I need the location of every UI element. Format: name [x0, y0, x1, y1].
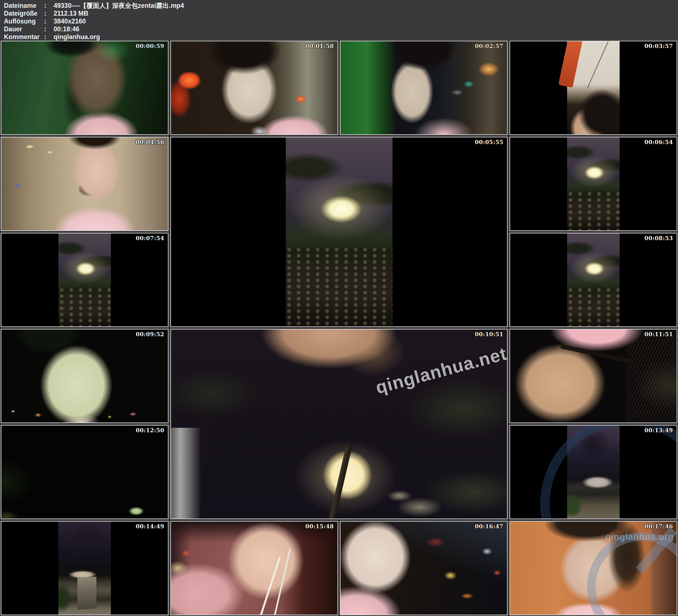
thumbnail-image: [171, 522, 337, 615]
timestamp-overlay: 00:15:48: [305, 523, 334, 530]
portrait-frame: [567, 138, 619, 230]
thumbnail-cell: 00:00:59: [1, 41, 168, 135]
thumbnail-image: [1, 330, 168, 422]
thumbnail-image: [1, 233, 168, 326]
timestamp-overlay: 00:04:56: [136, 139, 164, 146]
watermark-qinglanhua-org: qinglanhua.org: [605, 532, 674, 542]
watermark-q-logo: [587, 532, 677, 615]
thumbnail-image: [510, 41, 677, 134]
portrait-frame: [59, 233, 111, 326]
field-label: Dauer: [4, 25, 42, 33]
contact-sheet: Dateiname : 49330----【覆面人】深夜全包zentai露出.m…: [0, 0, 678, 616]
thumbnail-cell: 00:03:57: [510, 41, 677, 135]
field-separator: :: [42, 25, 53, 33]
timestamp-overlay: 00:10:51: [475, 331, 503, 338]
thumbnail-grid: 00:00:59 00:01:58 00:02:57 00:03:57 00:0…: [0, 41, 678, 616]
thumbnail-image: [510, 138, 677, 230]
file-info-header: Dateiname : 49330----【覆面人】深夜全包zentai露出.m…: [0, 0, 678, 41]
thumbnail-cell: 00:15:48: [171, 521, 338, 615]
timestamp-overlay: 00:17:46: [644, 523, 673, 530]
timestamp-overlay: 00:09:52: [136, 331, 164, 338]
timestamp-overlay: 00:14:49: [136, 523, 164, 530]
comment-value: qinglanhua.org: [53, 33, 675, 41]
timestamp-overlay: 00:12:50: [136, 427, 164, 434]
thumbnail-cell: 00:06:54: [510, 137, 677, 231]
timestamp-overlay: 00:08:53: [644, 235, 673, 241]
thumbnail-cell-large: 00:05:55: [171, 137, 507, 327]
thumbnail-image: [1, 41, 168, 134]
timestamp-overlay: 00:05:55: [475, 139, 503, 146]
timestamp-overlay: 00:11:51: [644, 331, 673, 338]
thumbnail-cell: 00:14:49: [1, 521, 168, 615]
duration-value: 00:18:46: [53, 25, 675, 33]
portrait-frame: [567, 41, 619, 134]
thumbnail-image: qinglanhua.org: [510, 522, 677, 615]
lamp-pole-shape: [324, 446, 352, 519]
field-label: Dateigröße: [4, 9, 42, 17]
filename-value: 49330----【覆面人】深夜全包zentai露出.mp4: [53, 2, 675, 9]
field-label: Auflösung: [4, 17, 42, 25]
thumbnail-cell: 00:12:50: [1, 425, 168, 519]
thumbnail-image: qinglanhua.net: [171, 330, 507, 518]
timestamp-overlay: 00:00:59: [136, 43, 164, 49]
timestamp-overlay: 00:03:57: [644, 43, 673, 49]
resolution-value: 3840x2160: [53, 17, 675, 25]
thumbnail-cell: 00:13:49: [510, 425, 677, 519]
thumbnail-image: [341, 522, 507, 615]
thumbnail-cell: 00:16:47: [340, 521, 507, 615]
portrait-frame: [59, 522, 111, 615]
meta-field-dateigroesse: Dateigröße : 2112.13 MB: [4, 9, 675, 17]
thumbnail-cell: 00:09:52: [1, 329, 168, 423]
timestamp-overlay: 00:13:49: [644, 427, 673, 434]
field-label: Dateiname: [4, 2, 42, 9]
thumbnail-image: [171, 138, 507, 326]
thumbnail-cell: qinglanhua.org 00:17:46: [510, 521, 677, 615]
watermark-ring-logo: [540, 425, 677, 519]
thumbnail-image: [510, 426, 677, 518]
field-separator: :: [42, 9, 53, 17]
portrait-frame: [567, 233, 619, 326]
meta-field-aufloesung: Auflösung : 3840x2160: [4, 17, 675, 25]
thumbnail-cell: 00:02:57: [340, 41, 507, 135]
watermark-qinglanhua-net: qinglanhua.net: [374, 343, 507, 398]
thumbnail-cell: 00:04:56: [1, 137, 168, 231]
field-label: Kommentar: [4, 33, 42, 41]
thumbnail-image: [1, 138, 168, 230]
thumbnail-cell: 00:01:58: [171, 41, 338, 135]
meta-field-kommentar: Kommentar : qinglanhua.org: [4, 33, 675, 41]
meta-field-dauer: Dauer : 00:18:46: [4, 25, 675, 33]
thumbnail-image: [510, 233, 677, 326]
thumbnail-cell: 00:07:54: [1, 233, 168, 327]
curtain-shape: [171, 428, 201, 518]
thumbnail-image: [171, 41, 337, 134]
timestamp-overlay: 00:02:57: [475, 43, 503, 49]
thumbnail-cell-large: qinglanhua.net 00:10:51: [171, 329, 507, 519]
timestamp-overlay: 00:01:58: [305, 43, 334, 49]
field-separator: :: [42, 33, 53, 41]
thumbnail-image: [1, 522, 168, 615]
portrait-frame: [286, 138, 392, 326]
thumbnail-image: [1, 426, 168, 518]
timestamp-overlay: 00:07:54: [136, 235, 164, 241]
meta-field-dateiname: Dateiname : 49330----【覆面人】深夜全包zentai露出.m…: [4, 2, 675, 9]
timestamp-overlay: 00:06:54: [644, 139, 673, 146]
thumbnail-image: [510, 330, 677, 422]
filesize-value: 2112.13 MB: [53, 9, 675, 17]
timestamp-overlay: 00:16:47: [475, 523, 503, 530]
thumbnail-cell: 00:11:51: [510, 329, 677, 423]
field-separator: :: [42, 2, 53, 9]
thumbnail-cell: 00:08:53: [510, 233, 677, 327]
thumbnail-image: [341, 41, 507, 134]
field-separator: :: [42, 17, 53, 25]
